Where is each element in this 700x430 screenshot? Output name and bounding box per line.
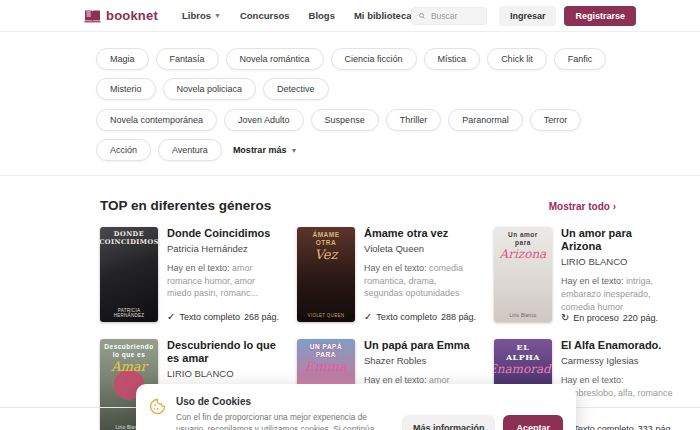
cover-script-word: Arizona (500, 248, 547, 261)
book-cover[interactable]: Un amor para Arizona Lirio Blanco (494, 227, 552, 322)
genre-chip[interactable]: Joven Adulto (224, 109, 304, 131)
show-all-link[interactable]: Mostrar todo › (549, 201, 616, 212)
status-pages: 268 pág. (244, 312, 279, 322)
booknet-logo[interactable]: booknet (84, 8, 158, 23)
cookie-icon (149, 398, 166, 415)
status-pages: 288 pág. (441, 312, 476, 322)
status-pages: 220 pág. (623, 313, 658, 323)
nav-item-mi-biblioteca[interactable]: Mi biblioteca (354, 10, 412, 21)
show-more-genres[interactable]: Mostrar más▼ (229, 140, 301, 160)
cover-title-line: UN PAPÁ PARA (299, 343, 353, 359)
cover-title-line: lo que es (113, 351, 146, 359)
cookie-text: Uso de Cookies Con el fin de proporciona… (176, 396, 392, 430)
book-title[interactable]: Ámame otra vez (364, 227, 476, 240)
status-icon: ✓ (167, 312, 175, 322)
genre-chip[interactable]: Magia (96, 48, 149, 70)
genre-chip[interactable]: Terror (530, 109, 582, 131)
search-input[interactable] (431, 11, 479, 21)
genre-chip[interactable]: Fantasía (156, 48, 219, 70)
book-info: Un amor para Arizona LIRIO BLANCO Hay en… (561, 227, 673, 322)
chevron-down-icon: ▼ (290, 147, 297, 154)
chevron-down-icon: ▼ (214, 12, 221, 19)
cover-script-word: Enamorado (494, 363, 552, 376)
main-nav: Libros▼ Concursos Blogs Mi biblioteca (182, 10, 412, 21)
genre-chip[interactable]: Paranormal (448, 109, 523, 131)
genre-chip[interactable]: Novela policiaca (163, 78, 257, 100)
search-box[interactable] (411, 7, 486, 25)
genre-chip[interactable]: Mística (424, 48, 481, 70)
status-icon: ✓ (364, 312, 372, 322)
nav-item-blogs[interactable]: Blogs (309, 10, 335, 21)
more-info-button[interactable]: Más información (402, 415, 496, 430)
book-tags: Hay en el texto: hombreslobo, alfa, roma… (561, 374, 673, 399)
cookie-title: Uso de Cookies (176, 396, 392, 407)
cover-title-line: ALPHA (506, 353, 540, 363)
status-label: Texto completo (573, 424, 634, 430)
genre-chip[interactable]: Novela romántica (226, 48, 324, 70)
status-label: Texto completo (179, 312, 240, 322)
book-card[interactable]: Un amor para Arizona Lirio Blanco Un amo… (494, 227, 673, 322)
book-tags: Hay en el texto: amor romance humor, amo… (167, 262, 279, 300)
search-icon (419, 12, 425, 20)
cover-title-line: COINCIDIMOS (100, 239, 158, 247)
genre-chip[interactable]: Misterio (96, 78, 156, 100)
book-title[interactable]: El Alfa Enamorado. (561, 339, 673, 352)
book-card[interactable]: DONDE COINCIDIMOS PATRICIA HERNÁNDEZ Don… (100, 227, 279, 322)
cover-script-word: Emma (305, 360, 347, 374)
genre-chip[interactable]: Thriller (386, 109, 442, 131)
book-status: ✓ Texto completo 288 pág. (364, 312, 476, 322)
book-cover[interactable]: DONDE COINCIDIMOS PATRICIA HERNÁNDEZ (100, 227, 158, 322)
cover-author: VIOLET QUEEN (308, 313, 345, 318)
tags-label: Hay en el texto: (364, 263, 427, 273)
cover-title-line: para (515, 239, 531, 247)
genre-chip[interactable]: Fanfic (554, 48, 607, 70)
genre-chip[interactable]: Acción (96, 139, 151, 161)
genre-chip[interactable]: Ciencia ficción (331, 48, 417, 70)
cover-title-line: OTRA (316, 239, 336, 247)
book-author[interactable]: Patricia Hernández (167, 243, 279, 254)
book-title[interactable]: Un amor para Arizona (561, 227, 673, 253)
nav-item-concursos[interactable]: Concursos (240, 10, 290, 21)
book-author[interactable]: LIRIO BLANCO (167, 368, 279, 379)
tags-label: Hay en el texto: (167, 263, 230, 273)
status-icon: ↻ (561, 313, 569, 323)
book-author[interactable]: Shazer Robles (364, 355, 476, 366)
genre-row-2: Novela contemporánea Joven Adulto Suspen… (96, 109, 616, 161)
book-title[interactable]: Donde Coincidimos (167, 227, 279, 240)
genre-chip[interactable]: Chick lit (487, 48, 547, 70)
book-author[interactable]: Violeta Queen (364, 243, 476, 254)
book-status: ✓ Texto completo 333 pág. (561, 424, 673, 430)
book-author[interactable]: Carmessy Iglesias (561, 355, 673, 366)
genre-row-1: Magia Fantasía Novela romántica Ciencia … (96, 48, 616, 100)
genre-filter-section: Magia Fantasía Novela romántica Ciencia … (0, 32, 700, 176)
tags-label: Hay en el texto: (561, 276, 624, 286)
genre-chip[interactable]: Suspense (311, 109, 379, 131)
book-cover[interactable]: ÁMAME OTRA Vez VIOLET QUEEN (297, 227, 355, 322)
register-button[interactable]: Registrarse (564, 6, 636, 26)
cover-script-word: Vez (315, 248, 338, 262)
book-title[interactable]: Un papá para Emma (364, 339, 476, 352)
top-navbar: booknet Libros▼ Concursos Blogs Mi bibli… (0, 0, 700, 32)
cover-author: Lirio Blanco (509, 313, 536, 318)
arrow-right-icon: › (613, 201, 616, 212)
accept-cookies-button[interactable]: Aceptar (503, 415, 563, 430)
book-card[interactable]: ÁMAME OTRA Vez VIOLET QUEEN Ámame otra v… (297, 227, 476, 322)
book-title[interactable]: Descubriendo lo que es amar (167, 339, 279, 365)
genre-chip[interactable]: Novela contemporánea (96, 109, 217, 131)
tags-label: Hay en el texto: (561, 375, 624, 385)
status-label: En proceso (573, 313, 619, 323)
login-button[interactable]: Ingresar (499, 6, 557, 26)
book-info: Ámame otra vez Violeta Queen Hay en el t… (364, 227, 476, 322)
status-label: Texto completo (376, 312, 437, 322)
section-title: TOP en diferentes géneros (100, 198, 271, 213)
genre-chip[interactable]: Detective (263, 78, 329, 100)
book-author[interactable]: LIRIO BLANCO (561, 256, 673, 267)
tags-list: hombreslobo, alfa, romance (561, 388, 673, 398)
genre-chip[interactable]: Aventura (158, 139, 222, 161)
nav-item-libros[interactable]: Libros▼ (182, 10, 221, 21)
book-info: El Alfa Enamorado. Carmessy Iglesias Hay… (561, 339, 673, 430)
cover-title-line: Un amor (508, 231, 538, 239)
book-info: Donde Coincidimos Patricia Hernández Hay… (167, 227, 279, 322)
cover-title-line: ÁMAME (312, 231, 339, 239)
book-logo-icon (84, 9, 101, 23)
